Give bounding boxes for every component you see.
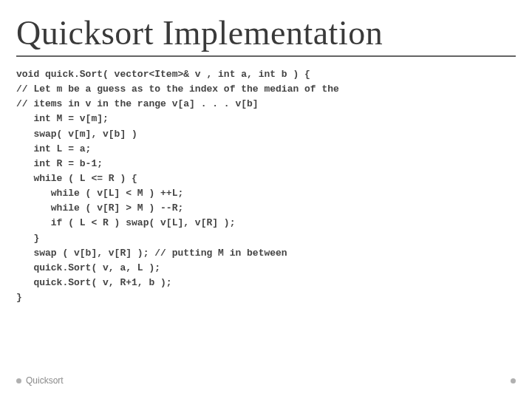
- bullet-icon: [16, 378, 21, 383]
- code-block: void quick.Sort( vector<Item>& v , int a…: [16, 67, 532, 305]
- slide-title: Quicksort Implementation: [16, 13, 532, 52]
- footer-left: Quicksort: [16, 375, 64, 386]
- footer-right-bullet-icon: [511, 378, 516, 383]
- title-underline: [16, 55, 516, 57]
- slide-footer: Quicksort: [16, 375, 516, 386]
- footer-text: Quicksort: [26, 375, 64, 386]
